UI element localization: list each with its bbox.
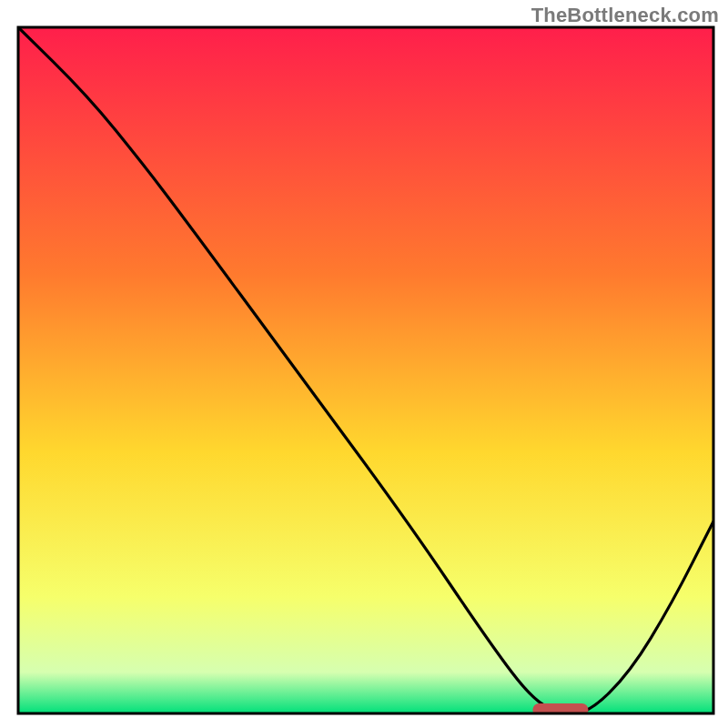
bottleneck-chart <box>0 0 728 728</box>
chart-background-gradient <box>18 27 713 713</box>
